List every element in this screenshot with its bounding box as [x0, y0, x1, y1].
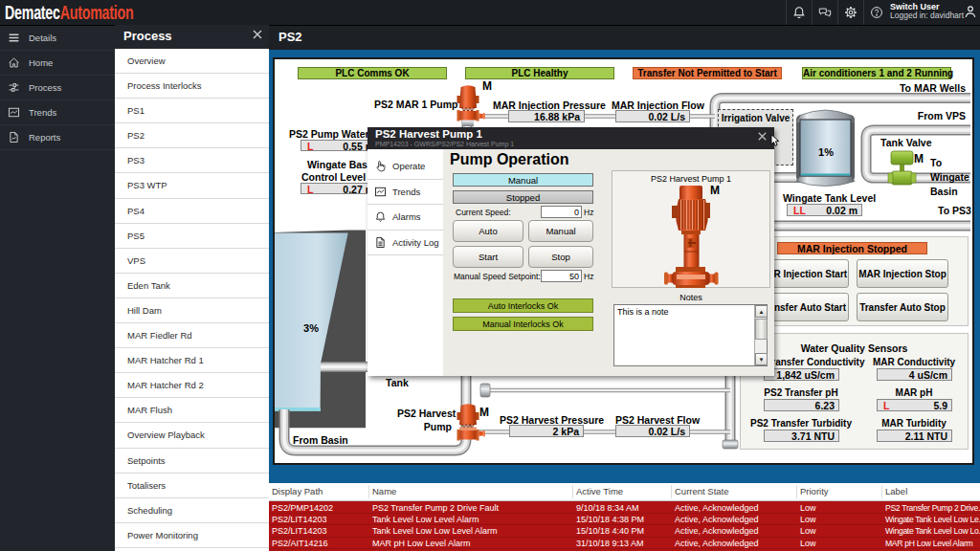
current-speed-field[interactable]: 0 — [541, 206, 582, 218]
process-menu-item[interactable]: PS2 — [115, 123, 269, 148]
status-plc-comms: PLC Comms OK — [298, 67, 447, 79]
process-menu-item[interactable]: PS3 WTP — [115, 173, 269, 198]
process-menu-item[interactable]: VPS — [115, 249, 269, 274]
close-icon[interactable] — [756, 130, 768, 143]
wq-label: MAR pH — [858, 387, 969, 398]
mar-injection-stop-button[interactable]: MAR Injection Stop — [857, 259, 948, 288]
wq-transfer-conductivity[interactable]: 1,842 uS/cm — [764, 368, 839, 381]
alarm-row[interactable]: PS2/LIT14203 Tank Level Low Level Alarm … — [269, 514, 980, 525]
harvest-pressure-value[interactable]: 2 kPa — [509, 425, 584, 437]
col-active-time[interactable]: Active Time — [576, 486, 623, 496]
notifications-button[interactable] — [786, 0, 812, 25]
water-quality-title: Water Quality Sensors — [741, 342, 968, 354]
process-menu-item[interactable]: Power Monitoring — [115, 523, 269, 548]
setpoint-label: Manual Speed Setpoint: — [454, 272, 541, 281]
wq-mar-ph[interactable]: L5.9 — [877, 399, 952, 411]
col-current-state[interactable]: Current State — [675, 486, 729, 496]
tank-valve-graphic[interactable] — [888, 151, 916, 185]
tank-valve-motor-m: M — [914, 152, 924, 165]
scroll-thumb[interactable] — [755, 319, 768, 340]
alarm-flag: LL — [793, 205, 806, 215]
alarm-row[interactable]: PS2/LIT14203 Tank Level Low Low Level Al… — [269, 525, 980, 537]
wq-transfer-ph[interactable]: 6.23 — [764, 399, 839, 411]
process-menu-item[interactable]: Setpoints — [115, 449, 269, 474]
menu-item-trends[interactable]: Trends — [368, 180, 443, 206]
irrigation-valve-label: Irrigation Valve — [719, 113, 792, 123]
injection-flow-value[interactable]: 0.02 L/s — [615, 110, 690, 122]
pump-dialog-header[interactable]: PS2 Harvest Pump 1 PMP14203 - GWRS/PS2/P… — [368, 127, 774, 149]
menu-item-alarms[interactable]: Alarms — [368, 205, 443, 231]
col-priority[interactable]: Priority — [800, 486, 829, 496]
user-avatar-button[interactable] — [964, 5, 977, 22]
value-text: 1,842 uS/cm — [776, 369, 835, 380]
col-label[interactable]: Label — [885, 486, 907, 496]
process-menu-item[interactable]: PS3 — [115, 148, 269, 173]
auto-button[interactable]: Auto — [453, 220, 523, 242]
process-menu-item[interactable]: PS4 — [115, 199, 269, 224]
wingate-tank-value[interactable]: LL0.02 m — [787, 204, 862, 216]
process-panel-title: Process — [123, 29, 172, 43]
sidebar-item-reports[interactable]: Reports — [0, 125, 115, 150]
menu-item-activity-log[interactable]: Activity Log — [368, 231, 443, 256]
wq-mar-turbidity[interactable]: 2.11 NTU — [877, 430, 952, 442]
to-mar-wells-label: To MAR Wells — [900, 82, 966, 94]
user-session-info[interactable]: Switch User Logged in: davidhart — [890, 2, 964, 21]
start-button[interactable]: Start — [453, 246, 523, 268]
sidebar-item-home[interactable]: Home — [0, 51, 115, 76]
basin-graphic[interactable] — [275, 231, 366, 429]
process-menu-item[interactable]: Process Interlocks — [115, 74, 269, 99]
process-menu-item[interactable]: Overview — [115, 49, 269, 74]
wq-transfer-turbidity[interactable]: 3.71 NTU — [764, 430, 839, 442]
stop-button[interactable]: Stop — [528, 246, 593, 268]
menu-item-operate[interactable]: Operate — [368, 154, 443, 180]
process-menu-item[interactable]: PS5 — [115, 224, 269, 249]
process-menu-item[interactable]: MAR Flush — [115, 398, 269, 423]
process-menu-item[interactable]: MAR Hatcher Rd 2 — [115, 373, 269, 398]
harvest-flow-value[interactable]: 0.02 L/s — [615, 425, 690, 437]
column-divider — [572, 485, 573, 498]
tank-valve-label: Tank Valve — [880, 137, 932, 148]
process-menu-item[interactable]: Overview Playback — [115, 423, 269, 448]
pump-dialog: PS2 Harvest Pump 1 PMP14203 - GWRS/PS2/P… — [368, 127, 774, 376]
status-air-conditioners: Air conditioners 1 and 2 Running — [802, 67, 951, 79]
process-menu-item[interactable]: Hill Dam — [115, 298, 269, 323]
alarm-row[interactable]: PS2/PMP14202 PS2 Transfer Pump 2 Drive F… — [269, 502, 980, 514]
sidebar-item-process[interactable]: Process — [0, 76, 115, 100]
manual-button[interactable]: Manual — [528, 220, 593, 242]
process-menu-item[interactable]: Eden Tank — [115, 274, 269, 298]
process-menu-item[interactable]: Totalisers — [115, 474, 269, 498]
to-wingate-label3: Basin — [930, 186, 958, 197]
close-icon[interactable] — [251, 28, 264, 41]
notes-scrollbar[interactable]: ▲ ▼ — [754, 305, 767, 365]
col-name[interactable]: Name — [372, 486, 396, 496]
setpoint-field[interactable]: 50 — [541, 270, 582, 282]
notes-textarea[interactable]: This is a note ▲ ▼ — [613, 304, 768, 366]
sidebar-item-label: Process — [29, 82, 61, 93]
sidebar-item-trends[interactable]: Trends — [0, 100, 115, 125]
wq-mar-conductivity[interactable]: 4 uS/cm — [877, 368, 952, 381]
scroll-down-button[interactable]: ▼ — [755, 353, 768, 365]
pump-mode-indicator: Manual — [453, 173, 593, 187]
process-menu-item[interactable]: MAR Hatcher Rd 1 — [115, 348, 269, 373]
help-button[interactable] — [863, 0, 889, 25]
process-icon — [8, 81, 20, 94]
col-display-path[interactable]: Display Path — [272, 486, 323, 496]
settings-button[interactable] — [837, 0, 863, 25]
transfer-auto-stop-button[interactable]: Transfer Auto Stop — [857, 293, 948, 321]
cell: Active, Acknowledged — [675, 539, 759, 548]
process-menu-item[interactable]: MAR Fiedler Rd — [115, 323, 269, 348]
injection-pressure-value[interactable]: 16.88 kPa — [508, 110, 585, 122]
help-icon — [870, 6, 883, 19]
home-icon — [8, 56, 20, 69]
process-menu-item[interactable]: PS1 — [115, 99, 269, 123]
mar1-pump-graphic[interactable] — [457, 85, 486, 126]
setpoint-unit: Hz — [584, 272, 593, 281]
messages-button[interactable] — [812, 0, 837, 25]
sidebar-details-header[interactable]: Details — [0, 26, 115, 51]
value-text: 0.02 m — [826, 205, 858, 215]
alarm-row[interactable]: PS2/AIT14216 MAR pH Low Level Alarm 31/1… — [269, 538, 980, 549]
process-menu-item[interactable]: Scheduling — [115, 498, 269, 523]
scroll-up-button[interactable]: ▲ — [755, 305, 768, 318]
cell: Active, Acknowledged — [675, 526, 759, 536]
trends-icon — [374, 186, 387, 198]
